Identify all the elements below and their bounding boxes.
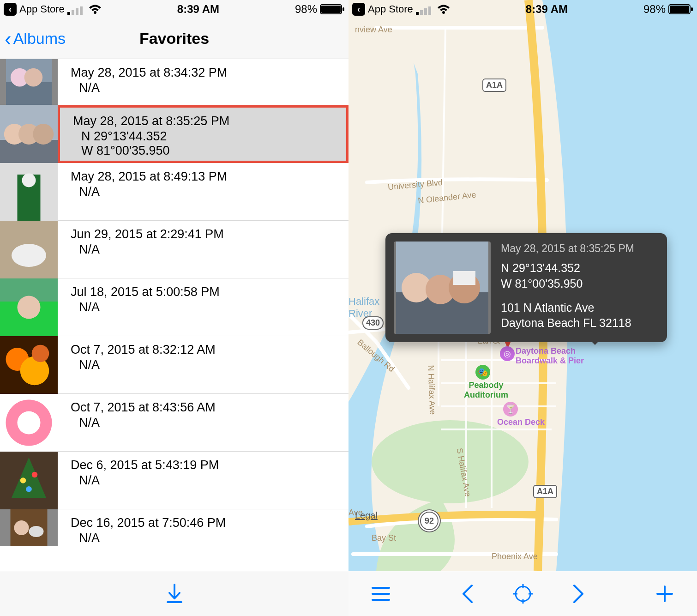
svg-point-38	[14, 520, 29, 535]
callout-latitude: N 29°13'44.352	[501, 260, 657, 276]
svg-rect-6	[321, 6, 341, 13]
photo-thumbnail	[0, 509, 58, 546]
svg-rect-9	[6, 82, 52, 105]
svg-point-35	[32, 472, 38, 478]
svg-point-11	[24, 68, 43, 87]
page-title: Favorites	[139, 30, 209, 48]
list-item[interactable]: Dec 16, 2015 at 7:50:46 PM N/A	[0, 509, 348, 546]
next-button[interactable]	[565, 580, 592, 608]
list-view-button[interactable]	[367, 580, 395, 608]
photo-thumbnail	[0, 59, 58, 105]
list-item[interactable]: Jun 29, 2015 at 2:29:41 PM N/A	[0, 221, 348, 278]
photo-date: May 28, 2015 at 8:35:25 PM	[73, 114, 338, 128]
battery-percent: 98%	[295, 3, 317, 16]
battery-icon	[668, 4, 693, 14]
map-view[interactable]: nview Ave University Blvd N Oleander Ave…	[348, 0, 697, 571]
photo-date: Dec 6, 2015 at 5:43:19 PM	[71, 458, 340, 472]
svg-point-16	[33, 124, 54, 145]
back-button[interactable]: ‹ Albums	[5, 29, 66, 49]
battery-icon	[320, 4, 345, 14]
download-button[interactable]	[161, 580, 188, 608]
photo-coords1: N 29°13'44.352	[73, 129, 338, 144]
svg-point-21	[12, 244, 46, 267]
map-legal-link[interactable]: Legal	[355, 510, 378, 521]
svg-rect-47	[691, 7, 693, 11]
svg-rect-1	[72, 10, 74, 15]
photo-thumbnail	[0, 278, 58, 336]
svg-point-49	[372, 420, 529, 503]
map-callout[interactable]: May 28, 2015 at 8:35:25 PM N 29°13'44.35…	[385, 233, 667, 342]
route-shield: 430	[362, 316, 384, 330]
list-item[interactable]: May 28, 2015 at 8:34:32 PM N/A	[0, 59, 348, 105]
svg-rect-3	[80, 6, 83, 15]
svg-rect-41	[420, 10, 423, 15]
cellular-signal-icon	[67, 5, 86, 14]
back-to-app-label[interactable]: App Store	[368, 3, 413, 15]
photo-thumbnail	[0, 221, 58, 278]
list-item-selected[interactable]: May 28, 2015 at 8:35:25 PM N 29°13'44.35…	[0, 105, 348, 163]
svg-point-19	[22, 174, 36, 187]
previous-button[interactable]	[454, 580, 481, 608]
navigation-bar: ‹ Albums Favorites	[0, 18, 348, 59]
photo-thumbnail	[0, 336, 58, 394]
svg-rect-43	[428, 6, 431, 15]
callout-longitude: W 81°00'35.950	[501, 276, 657, 292]
callout-address-line1: 101 N Atlantic Ave	[501, 300, 657, 316]
photo-coords1: N/A	[71, 416, 340, 430]
list-item[interactable]: Oct 7, 2015 at 8:32:12 AM N/A	[0, 336, 348, 394]
photo-date: May 28, 2015 at 8:49:13 PM	[71, 169, 340, 184]
wifi-icon	[437, 4, 450, 14]
svg-point-34	[20, 477, 26, 483]
photo-coords1: N/A	[71, 531, 340, 545]
svg-point-39	[29, 526, 44, 537]
street-label: Phoenix Ave	[492, 552, 538, 562]
status-time: 8:39 AM	[177, 3, 219, 16]
svg-point-28	[32, 345, 49, 362]
locate-button[interactable]	[509, 580, 537, 608]
list-item[interactable]: Oct 7, 2015 at 8:43:56 AM N/A	[0, 394, 348, 452]
poi-pin-icon[interactable]: ◎	[500, 346, 515, 361]
photo-thumbnail	[0, 163, 58, 221]
right-screenshot: ‹ App Store 8:39 AM 98%	[348, 0, 697, 616]
svg-point-36	[26, 486, 32, 492]
back-to-app-badge-icon[interactable]: ‹	[352, 3, 365, 16]
photo-coords1: N/A	[71, 81, 340, 95]
battery-percent: 98%	[643, 3, 666, 16]
photo-date: Jun 29, 2015 at 2:29:41 PM	[71, 227, 340, 242]
poi-label: Ocean Deck	[497, 417, 545, 427]
add-button[interactable]	[651, 580, 679, 608]
status-bar: ‹ App Store 8:39 AM 98%	[348, 0, 697, 18]
photo-date: Oct 7, 2015 at 8:32:12 AM	[71, 343, 340, 357]
back-to-app-label[interactable]: App Store	[19, 3, 65, 15]
svg-rect-42	[424, 8, 427, 15]
route-shield: 92	[420, 512, 439, 530]
callout-photo-thumbnail	[394, 242, 491, 334]
photo-date: Oct 7, 2015 at 8:43:56 AM	[71, 400, 340, 415]
photo-thumbnail	[0, 394, 58, 452]
list-item[interactable]: May 28, 2015 at 8:49:13 PM N/A	[0, 163, 348, 221]
svg-point-31	[18, 411, 41, 435]
photo-coords1: N/A	[71, 473, 340, 488]
poi-label: Peabody Auditorium	[464, 380, 508, 400]
poi-pin-icon[interactable]: 🎭	[475, 365, 490, 380]
street-label: nview Ave	[355, 25, 392, 35]
photo-date: Dec 16, 2015 at 7:50:46 PM	[71, 516, 340, 530]
cellular-signal-icon	[416, 5, 434, 14]
photo-list[interactable]: May 28, 2015 at 8:34:32 PM N/A May 28, 2…	[0, 59, 348, 571]
status-time: 8:39 AM	[526, 3, 568, 16]
list-item[interactable]: Dec 6, 2015 at 5:43:19 PM N/A	[0, 452, 348, 509]
callout-date: May 28, 2015 at 8:35:25 PM	[501, 242, 657, 256]
route-shield: A1A	[533, 485, 557, 498]
photo-date: Jul 18, 2015 at 5:00:58 PM	[71, 285, 340, 299]
poi-pin-icon[interactable]: 🍸	[503, 402, 518, 417]
list-item[interactable]: Jul 18, 2015 at 5:00:58 PM N/A	[0, 278, 348, 336]
street-label: Bay St	[372, 533, 396, 543]
street-label: N Halifax Ave	[426, 365, 438, 415]
svg-rect-46	[670, 6, 689, 13]
svg-point-24	[18, 296, 41, 319]
photo-coords1: N/A	[71, 300, 340, 314]
bottom-toolbar	[348, 571, 697, 616]
photo-thumbnail	[0, 452, 58, 509]
back-to-app-badge-icon[interactable]: ‹	[4, 3, 17, 16]
back-button-label: Albums	[13, 30, 66, 48]
